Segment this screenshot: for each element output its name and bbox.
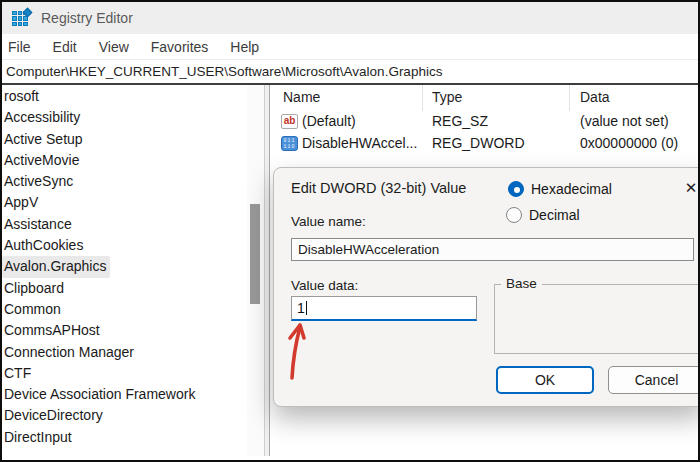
column-header-type[interactable]: Type	[432, 89, 462, 105]
value-name-label: Value name:	[291, 214, 366, 229]
tree-item[interactable]: rosoft	[2, 86, 43, 107]
column-separator[interactable]	[422, 85, 423, 111]
tree-item[interactable]: ActiveSync	[2, 171, 77, 192]
value-data-input[interactable]: 1	[291, 296, 477, 321]
tree-item[interactable]: Accessibility	[2, 107, 84, 128]
registry-tree: rosoft Accessibility Active Setup Active…	[2, 85, 247, 456]
value-data-text: 1	[297, 300, 305, 316]
tree-item[interactable]: Common	[2, 299, 65, 320]
address-bar[interactable]: Computer\HKEY_CURRENT_USER\Software\Micr…	[2, 60, 698, 85]
dword-icon-bits: 110	[282, 144, 297, 150]
edit-dword-dialog: Edit DWORD (32-bit) Value ✕ Value name: …	[273, 167, 700, 407]
text-caret	[306, 301, 307, 315]
value-name-cell: DisableHWAccel...	[302, 135, 417, 151]
tree-item[interactable]: Device Association Framework	[2, 384, 199, 405]
list-header: Name Type Data	[270, 85, 698, 111]
column-separator[interactable]	[569, 85, 570, 111]
value-name-field[interactable]: DisableHWAcceleration	[291, 238, 694, 261]
column-header-name[interactable]: Name	[283, 89, 320, 105]
ok-button[interactable]: OK	[496, 366, 594, 394]
tree-item[interactable]: Clipboard	[2, 278, 68, 299]
red-arrow-annotation	[282, 318, 318, 382]
value-data-cell: 0x00000000 (0)	[580, 135, 678, 151]
tree-item[interactable]: DeviceDirectory	[2, 405, 107, 426]
base-group-label: Base	[501, 276, 542, 291]
value-data-cell: (value not set)	[580, 113, 669, 129]
registry-editor-window: Registry Editor File Edit View Favorites…	[0, 0, 700, 462]
list-row-disablehwacceleration[interactable]: 011 110 DisableHWAccel... REG_DWORD 0x00…	[270, 133, 698, 155]
list-row-default[interactable]: ab (Default) REG_SZ (value not set)	[270, 111, 698, 133]
menu-edit[interactable]: Edit	[42, 39, 88, 55]
menu-help[interactable]: Help	[219, 39, 270, 55]
radio-selected-icon[interactable]	[508, 181, 524, 197]
tree-item[interactable]: Assistance	[2, 214, 76, 235]
tree-item[interactable]: Connection Manager	[2, 342, 138, 363]
window-title: Registry Editor	[41, 10, 133, 26]
tree-item[interactable]: CommsAPHost	[2, 320, 104, 341]
tree-item[interactable]: AppV	[2, 192, 42, 213]
radio-decimal-label: Decimal	[529, 207, 580, 223]
tree-item[interactable]: Active Setup	[2, 129, 87, 150]
menu-view[interactable]: View	[88, 39, 140, 55]
value-name-cell: (Default)	[302, 113, 356, 129]
tree-item[interactable]: AuthCookies	[2, 235, 87, 256]
menu-bar: File Edit View Favorites Help	[2, 34, 698, 60]
tree-item[interactable]: ActiveMovie	[2, 150, 83, 171]
tree-scrollbar-thumb[interactable]	[250, 204, 260, 304]
tree-scrollbar[interactable]	[247, 85, 264, 456]
radio-unselected-icon[interactable]	[506, 207, 522, 223]
menu-favorites[interactable]: Favorites	[140, 39, 220, 55]
value-type-cell: REG_DWORD	[432, 135, 525, 151]
value-type-cell: REG_SZ	[432, 113, 488, 129]
radio-hexadecimal-label: Hexadecimal	[531, 181, 612, 197]
dialog-title: Edit DWORD (32-bit) Value	[291, 180, 466, 196]
title-bar: Registry Editor	[2, 2, 698, 34]
string-value-icon: ab	[281, 114, 298, 129]
tree-item[interactable]: CTF	[2, 363, 35, 384]
registry-editor-icon	[12, 9, 31, 28]
cancel-button[interactable]: Cancel	[608, 366, 700, 394]
close-icon[interactable]: ✕	[680, 177, 700, 199]
tree-item-avalon-graphics-selected[interactable]: Avalon.Graphics	[2, 256, 110, 277]
address-path[interactable]: Computer\HKEY_CURRENT_USER\Software\Micr…	[2, 64, 442, 79]
tree-item[interactable]: DirectInput	[2, 427, 76, 448]
radio-decimal[interactable]: Decimal	[506, 207, 580, 223]
radio-hexadecimal[interactable]: Hexadecimal	[508, 181, 612, 197]
base-groupbox	[494, 284, 700, 354]
menu-file[interactable]: File	[2, 39, 42, 55]
value-data-label: Value data:	[291, 278, 358, 293]
dword-value-icon: 011 110	[281, 136, 298, 151]
column-header-data[interactable]: Data	[580, 89, 610, 105]
